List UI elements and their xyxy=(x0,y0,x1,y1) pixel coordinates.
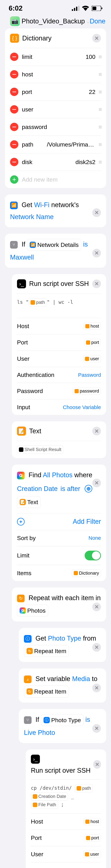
ssh-auth-field[interactable]: AuthenticationPassword xyxy=(12,367,106,383)
dict-row[interactable]: −path/Volumes/Primary/...≡ xyxy=(5,136,106,153)
action-repeat[interactable]: ↻ Repeat with each item in ✿Photos ✕ xyxy=(12,587,106,622)
action-get-wifi[interactable]: 📶 Get Wi-Fi network's Network Name ✕ xyxy=(5,194,106,227)
action-if[interactable]: ⑂ If 📶Network Details is Maxwell ✕ xyxy=(5,234,106,268)
if-icon: ⑂ xyxy=(10,241,18,249)
battery-icon xyxy=(91,6,102,11)
dict-row[interactable]: −user≡ xyxy=(5,101,106,118)
grip-icon[interactable]: ≡ xyxy=(99,89,101,95)
items-field[interactable]: ItemsDictionary xyxy=(12,565,106,581)
ssh-port-field[interactable]: Portport xyxy=(26,830,106,846)
repeat-icon: ↻ xyxy=(17,595,25,602)
status-icons xyxy=(72,6,102,11)
svg-rect-1 xyxy=(74,8,75,11)
shortcut-title[interactable]: 📷 Photo_Video_Backup ⌵ xyxy=(10,16,90,26)
action-dictionary[interactable]: { } Dictionary ✕ −limit100≡ −host≡ −port… xyxy=(5,28,106,188)
delete-icon[interactable]: − xyxy=(10,105,18,114)
action-get-phototype[interactable]: ⓘ Get Photo Type from ↻Repeat Item ✕ xyxy=(19,628,106,662)
grip-icon[interactable]: ≡ xyxy=(99,54,101,60)
ssh-host-field[interactable]: Hosthost xyxy=(26,813,106,830)
plus-icon: + xyxy=(10,175,18,184)
dictionary-icon: { } xyxy=(10,34,19,43)
svg-rect-5 xyxy=(92,7,96,10)
if-icon: ⑂ xyxy=(24,716,32,724)
svg-rect-3 xyxy=(78,6,79,11)
delete-icon[interactable]: − xyxy=(10,53,18,61)
wifi-action-icon: 📶 xyxy=(10,202,18,209)
variable-pill[interactable]: ↻Repeat Item xyxy=(24,645,69,657)
dict-row[interactable]: −port22≡ xyxy=(5,83,106,100)
svg-rect-2 xyxy=(76,7,77,11)
photos-icon: ✿ xyxy=(17,472,25,479)
terminal-icon: ›_ xyxy=(31,755,40,764)
text-content[interactable]: Shell Script Result xyxy=(12,441,106,458)
script-editor[interactable]: ls "path" | wc -l xyxy=(12,294,106,311)
close-icon[interactable]: ✕ xyxy=(93,760,101,769)
close-icon[interactable]: ✕ xyxy=(92,643,101,652)
variable-icon: 𝑥 xyxy=(24,676,32,683)
text-icon: 📝 xyxy=(17,427,26,436)
close-icon[interactable]: ✕ xyxy=(92,427,101,435)
add-item-button[interactable]: +Add new item xyxy=(5,171,106,188)
ssh-input-field[interactable]: InputChoose Variable xyxy=(12,399,106,415)
shortcut-icon: 📷 xyxy=(10,16,20,26)
status-time: 6:02 xyxy=(9,4,23,12)
sort-by-field[interactable]: Sort byNone xyxy=(12,530,106,546)
close-icon[interactable]: ✕ xyxy=(92,724,101,733)
action-if-phototype[interactable]: ⑂ If ⓘPhoto Type is Live Photo ✕ xyxy=(19,709,106,743)
svg-rect-0 xyxy=(72,9,73,11)
chevron-down-icon: ⌵ xyxy=(86,18,90,24)
grip-icon[interactable]: ≡ xyxy=(99,124,101,130)
close-icon[interactable]: ✕ xyxy=(92,249,101,257)
delete-icon[interactable]: − xyxy=(10,123,18,131)
delete-icon[interactable]: − xyxy=(10,88,18,96)
variable-pill[interactable]: ↻Repeat Item xyxy=(24,686,69,698)
action-text[interactable]: 📝Text✕ Shell Script Result xyxy=(12,421,106,458)
variable-pill[interactable]: ✿Photos xyxy=(17,604,48,616)
limit-switch[interactable] xyxy=(85,551,101,560)
done-button[interactable]: Done xyxy=(90,18,106,25)
dict-row[interactable]: −host≡ xyxy=(5,66,106,83)
close-icon[interactable]: ✕ xyxy=(92,602,101,611)
delete-icon[interactable]: − xyxy=(10,158,18,166)
grip-icon[interactable]: ≡ xyxy=(99,159,101,165)
dict-row[interactable]: −diskdisk2s2≡ xyxy=(5,153,106,170)
ssh-user-field[interactable]: Useruser xyxy=(26,846,106,862)
script-editor[interactable]: cp /dev/stdin/ path Creation Date _ File… xyxy=(26,780,106,813)
action-ssh[interactable]: ›_Run script over SSH✕ ls "path" | wc -l… xyxy=(12,274,106,415)
grip-icon[interactable]: ≡ xyxy=(99,71,101,78)
close-icon[interactable]: ✕ xyxy=(92,279,101,288)
ssh-port-field[interactable]: Portport xyxy=(12,334,106,350)
terminal-icon: ›_ xyxy=(17,279,26,288)
variable-pill[interactable]: 📶Network Details xyxy=(27,239,81,251)
action-find-photos[interactable]: ✿ Find All Photos where ✕ Creation Date … xyxy=(12,465,106,581)
grip-icon[interactable]: ≡ xyxy=(99,141,101,148)
signal-icon xyxy=(72,6,79,11)
ssh-user-field[interactable]: Useruser xyxy=(12,351,106,367)
variable-pill[interactable]: ⓘPhoto Type xyxy=(41,714,83,726)
action-ssh-inner[interactable]: ›_Run script over SSH✕ cp /dev/stdin/ pa… xyxy=(26,749,106,868)
limit-field[interactable]: Limit xyxy=(12,546,106,565)
delete-icon[interactable]: − xyxy=(10,140,18,149)
close-icon[interactable]: ✕ xyxy=(92,34,101,42)
add-condition-icon[interactable]: ⊕ xyxy=(85,485,92,493)
ssh-password-field[interactable]: Passwordpassword xyxy=(12,383,106,399)
action-set-variable[interactable]: 𝑥 Set variable Media to ↻Repeat Item ✕ xyxy=(19,669,106,703)
ssh-auth-field[interactable]: AuthenticationPassword xyxy=(26,863,106,868)
svg-rect-6 xyxy=(102,7,102,9)
delete-icon[interactable]: − xyxy=(10,70,18,79)
plus-icon: + xyxy=(17,518,25,526)
close-icon[interactable]: ✕ xyxy=(92,684,101,692)
close-icon[interactable]: ✕ xyxy=(92,478,101,487)
ssh-host-field[interactable]: Hosthost xyxy=(12,318,106,334)
variable-pill[interactable]: 📝Text xyxy=(17,496,41,508)
wifi-icon xyxy=(82,6,89,11)
dict-row[interactable]: −password≡ xyxy=(5,118,106,135)
details-icon: ⓘ xyxy=(24,635,32,643)
close-icon[interactable]: ✕ xyxy=(92,208,101,217)
dict-row[interactable]: −limit100≡ xyxy=(5,48,106,65)
grip-icon[interactable]: ≡ xyxy=(99,106,101,113)
add-filter-button[interactable]: +Add Filter xyxy=(12,513,106,530)
